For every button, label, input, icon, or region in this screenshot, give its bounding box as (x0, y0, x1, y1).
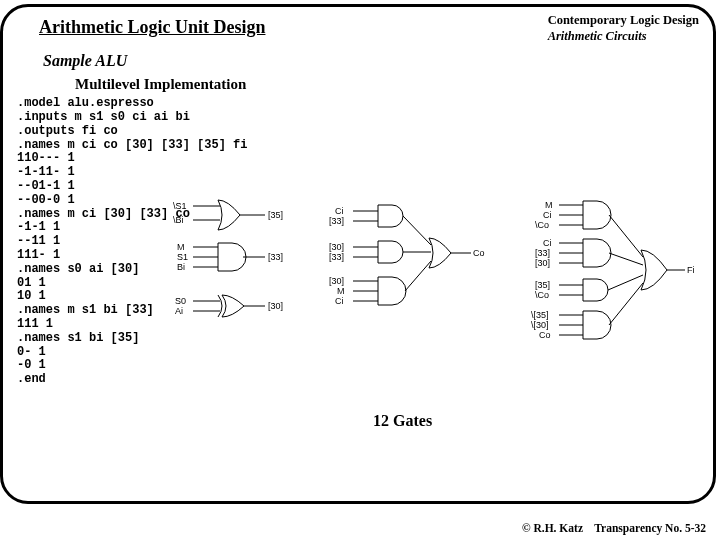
label: Ci (543, 238, 552, 248)
label: S1 (177, 252, 188, 262)
and-gate-icon (378, 241, 403, 263)
svg-line-34 (608, 275, 643, 290)
label: Ci (543, 210, 552, 220)
label: [33] (535, 248, 550, 258)
and-gate-icon (583, 201, 611, 229)
label: \Bi (173, 215, 184, 225)
label: [30] (329, 276, 344, 286)
header-right: Contemporary Logic Design Arithmetic Cir… (548, 13, 699, 44)
label: [33] (329, 216, 344, 226)
label: [30] (535, 258, 550, 268)
and-gate-icon (378, 205, 403, 227)
xor-gate-icon (218, 295, 244, 317)
svg-line-33 (609, 253, 643, 265)
transparency-number: Transparency No. 5-32 (594, 522, 706, 534)
label: [30] (329, 242, 344, 252)
label: \[30] (531, 320, 549, 330)
label: [33] (268, 252, 283, 262)
svg-line-17 (403, 216, 431, 245)
gate-count-label: 12 Gates (373, 412, 432, 430)
label: M (177, 242, 185, 252)
or-gate-icon (641, 250, 667, 290)
subtitle-multilevel: Multilevel Implementation (75, 76, 713, 93)
header-row: Arithmetic Logic Unit Design Contemporar… (3, 7, 713, 46)
label: Bi (177, 262, 185, 272)
page-title: Arithmetic Logic Unit Design (39, 17, 265, 38)
slide-border: Arithmetic Logic Unit Design Contemporar… (0, 4, 716, 504)
header-right-line2: Arithmetic Circuits (548, 29, 699, 45)
and-gate-icon (378, 277, 406, 305)
svg-line-19 (405, 261, 431, 291)
svg-line-35 (609, 283, 643, 325)
label: Ci (335, 296, 344, 306)
or-gate-icon (429, 238, 451, 268)
label: Co (539, 330, 551, 340)
label: M (337, 286, 345, 296)
label: [33] (329, 252, 344, 262)
label: \[35] (531, 310, 549, 320)
svg-line-32 (609, 215, 643, 257)
copyright: © R.H. Katz (522, 522, 583, 534)
and-gate-icon (218, 243, 246, 271)
label: M (545, 200, 553, 210)
label: Co (473, 248, 485, 258)
label: \Co (535, 220, 549, 230)
label: Ai (175, 306, 183, 316)
and-gate-icon (583, 279, 608, 301)
label: [35] (535, 280, 550, 290)
header-right-line1: Contemporary Logic Design (548, 13, 699, 29)
and-gate-icon (583, 311, 611, 339)
or-gate-icon (218, 200, 240, 230)
label: Ci (335, 206, 344, 216)
label: Fi (687, 265, 695, 275)
gates-svg: \S1 \Bi [35] M S1 Bi [33] S0 Ai [30] Ci (173, 195, 703, 405)
label: [35] (268, 210, 283, 220)
label: [30] (268, 301, 283, 311)
footer: © R.H. Katz Transparency No. 5-32 (0, 522, 710, 534)
and-gate-icon (583, 239, 611, 267)
subtitle-sample: Sample ALU (43, 52, 713, 70)
label: \Co (535, 290, 549, 300)
label: S0 (175, 296, 186, 306)
label: \S1 (173, 201, 187, 211)
logic-diagram: \S1 \Bi [35] M S1 Bi [33] S0 Ai [30] Ci (173, 195, 703, 405)
